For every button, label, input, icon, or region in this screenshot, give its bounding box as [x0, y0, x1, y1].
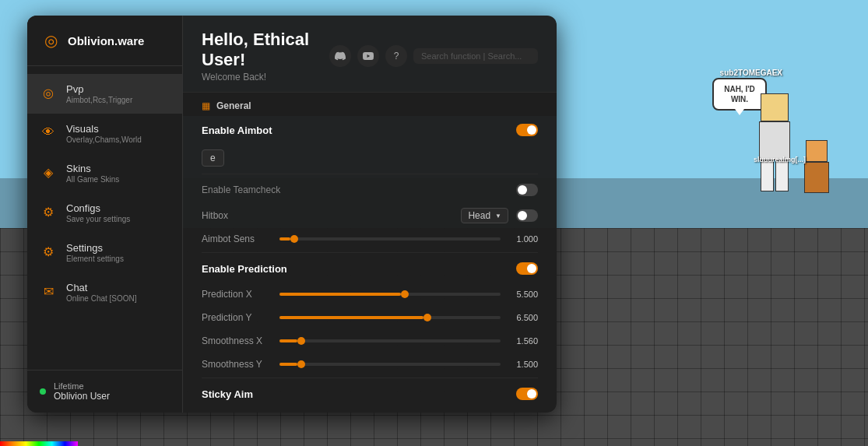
- pvp-icon: ◎: [40, 84, 57, 101]
- sticky-aim-label: Sticky Aim: [202, 388, 253, 400]
- smoothness-x-label: Smoothness X: [202, 335, 272, 346]
- user-tier: Lifetime: [54, 381, 110, 391]
- enable-prediction-label: Enable Prediction: [202, 263, 287, 275]
- enable-teamcheck-toggle[interactable]: [516, 184, 538, 196]
- nav-configs-subtitle: Save your settings: [66, 215, 130, 223]
- prediction-y-slider[interactable]: [279, 316, 501, 319]
- keybind-box[interactable]: e: [202, 149, 224, 167]
- discord-button[interactable]: [329, 45, 351, 67]
- enable-teamcheck-row: Enable Teamcheck: [183, 176, 557, 204]
- sticky-aim-row: Sticky Aim: [183, 380, 557, 408]
- hitbox-dropdown[interactable]: Head ▼: [461, 208, 508, 223]
- aimbot-sens-label: Aimbot Sens: [202, 234, 272, 244]
- nav-settings-title: Settings: [66, 242, 124, 254]
- aimbot-sens-row: Aimbot Sens 1.000: [183, 227, 557, 251]
- section-title: General: [216, 100, 251, 111]
- prediction-y-label: Prediction Y: [202, 312, 272, 323]
- nav-pvp-title: Pvp: [66, 83, 132, 95]
- search-label: Search function | Search...: [421, 51, 522, 61]
- nav-visuals-title: Visuals: [66, 123, 142, 135]
- username-label2: sluuurealmg[...]: [754, 156, 806, 163]
- help-button[interactable]: ?: [385, 45, 407, 67]
- prediction-y-value: 6.500: [508, 313, 538, 322]
- aimbot-sens-value: 1.000: [508, 234, 538, 244]
- enable-prediction-row: Enable Prediction: [183, 255, 557, 283]
- sidebar-item-chat[interactable]: ✉ Chat Online Chat [SOON]: [27, 272, 182, 312]
- sidebar-item-configs[interactable]: ⚙ Configs Save your settings: [27, 193, 182, 233]
- prediction-x-row: Prediction X 5.500: [183, 283, 557, 306]
- sidebar-item-pvp[interactable]: ◎ Pvp Aimbot,Rcs,Trigger: [27, 74, 182, 114]
- divider-3: [202, 378, 538, 378]
- nav-settings-subtitle: Element settings: [66, 255, 124, 263]
- sidebar-item-settings[interactable]: ⚙ Settings Element settings: [27, 233, 182, 272]
- logo-icon: ◎: [40, 30, 61, 51]
- smoothness-y-label: Smoothness Y: [202, 359, 272, 370]
- logo-text: Oblivion.ware: [68, 34, 144, 47]
- section-icon: ▦: [202, 100, 210, 111]
- section-header: ▦ General: [183, 93, 557, 116]
- nav-visuals-subtitle: Overlay,Chams,World: [66, 135, 142, 144]
- header-subtitle: Welcome Back!: [202, 72, 329, 83]
- settings-icon: ⚙: [40, 243, 57, 260]
- nav-skins-subtitle: All Game Skins: [66, 175, 119, 184]
- username-label1: sub2TOMEGAEX: [720, 68, 782, 77]
- smoothness-y-slider[interactable]: [279, 363, 501, 366]
- nav-skins-title: Skins: [66, 163, 119, 174]
- divider-1: [202, 174, 538, 174]
- prediction-y-row: Prediction Y 6.500: [183, 306, 557, 329]
- skins-icon: ◈: [40, 163, 57, 181]
- nav-chat-subtitle: Online Chat [SOON]: [66, 294, 137, 303]
- configs-icon: ⚙: [40, 203, 57, 220]
- settings-area: ▦ General Enable Aimbot e Enable Teamche…: [183, 93, 557, 413]
- chat-icon: ✉: [40, 283, 57, 300]
- enable-aimbot-label: Enable Aimbot: [202, 125, 272, 136]
- enable-teamcheck-label: Enable Teamcheck: [202, 184, 280, 195]
- main-panel: ◎ Oblivion.ware ◎ Pvp Aimbot,Rcs,Trigger…: [27, 16, 557, 413]
- sidebar-bottom: Lifetime Oblivion User: [27, 370, 182, 413]
- nav-pvp-subtitle: Aimbot,Rcs,Trigger: [66, 96, 132, 104]
- sidebar-item-visuals[interactable]: 👁 Visuals Overlay,Chams,World: [27, 114, 182, 153]
- enable-aimbot-row: Enable Aimbot: [183, 116, 557, 144]
- main-content: Hello, Ethical User! Welcome Back! ? Sea…: [183, 16, 557, 413]
- character-1: [759, 93, 790, 191]
- trigger-bot-row: Trigger Bot: [183, 408, 557, 413]
- hitbox-toggle[interactable]: [516, 209, 538, 222]
- youtube-button[interactable]: [357, 45, 379, 67]
- sidebar-nav: ◎ Pvp Aimbot,Rcs,Trigger 👁 Visuals Overl…: [27, 66, 182, 370]
- smoothness-x-slider[interactable]: [279, 339, 501, 342]
- status-dot: [40, 388, 46, 395]
- search-bar: Search function | Search...: [413, 48, 538, 64]
- nav-chat-title: Chat: [66, 282, 137, 293]
- smoothness-x-value: 1.560: [508, 336, 538, 346]
- main-header: Hello, Ethical User! Welcome Back! ? Sea…: [183, 16, 557, 93]
- aimbot-sens-slider[interactable]: [279, 237, 501, 241]
- smoothness-y-row: Smoothness Y 1.500: [183, 353, 557, 376]
- divider-2: [202, 252, 538, 253]
- header-title: Hello, Ethical User!: [202, 30, 329, 70]
- sidebar-logo: ◎ Oblivion.ware: [27, 16, 182, 66]
- prediction-x-value: 5.500: [508, 290, 538, 299]
- user-name: Oblivion User: [54, 391, 110, 402]
- visuals-icon: 👁: [40, 124, 57, 141]
- character-2: [804, 140, 829, 193]
- sidebar: ◎ Oblivion.ware ◎ Pvp Aimbot,Rcs,Trigger…: [27, 16, 183, 413]
- sidebar-item-skins[interactable]: ◈ Skins All Game Skins: [27, 153, 182, 193]
- nav-configs-title: Configs: [66, 202, 130, 214]
- enable-aimbot-toggle[interactable]: [516, 124, 538, 136]
- prediction-x-label: Prediction X: [202, 289, 272, 300]
- enable-prediction-toggle[interactable]: [516, 262, 538, 275]
- rainbow-bar: [0, 441, 78, 446]
- hitbox-label: Hitbox: [202, 210, 272, 221]
- smoothness-x-row: Smoothness X 1.560: [183, 329, 557, 353]
- keybind-row: e: [183, 144, 557, 172]
- hitbox-row: Hitbox Head ▼: [183, 204, 557, 227]
- sticky-aim-toggle[interactable]: [516, 388, 538, 400]
- prediction-x-slider[interactable]: [279, 293, 501, 296]
- smoothness-y-value: 1.500: [508, 360, 538, 369]
